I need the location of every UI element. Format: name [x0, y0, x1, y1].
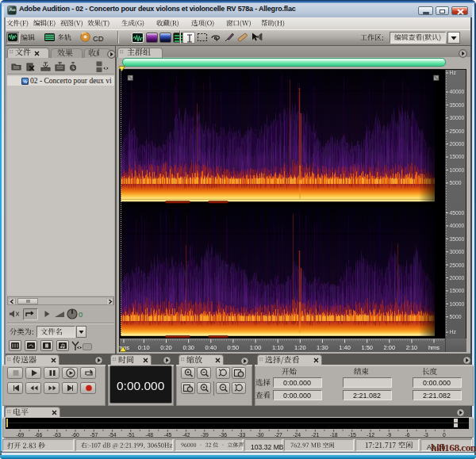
- svg-text:2:00: 2:00: [383, 344, 395, 351]
- svg-text:Hz: Hz: [450, 329, 457, 335]
- svg-text:-42: -42: [182, 431, 190, 437]
- svg-text:-33: -33: [237, 431, 245, 437]
- svg-text:-69: -69: [16, 431, 24, 437]
- svg-text:-54: -54: [109, 431, 117, 437]
- svg-text:1:40: 1:40: [339, 344, 351, 351]
- svg-text:15000: 15000: [450, 288, 465, 293]
- svg-text:-15: -15: [348, 431, 356, 437]
- svg-text:1:20: 1:20: [294, 344, 306, 351]
- svg-text:Hz: Hz: [450, 70, 457, 75]
- svg-text:2:10: 2:10: [406, 344, 418, 351]
- svg-text:-18: -18: [330, 431, 338, 437]
- svg-text:35000: 35000: [450, 102, 465, 108]
- svg-text:-63: -63: [53, 431, 61, 437]
- svg-text:-57: -57: [90, 431, 98, 437]
- svg-text:-36: -36: [219, 431, 227, 437]
- svg-text:-60: -60: [71, 431, 79, 437]
- svg-text:5000: 5000: [450, 314, 462, 319]
- svg-text:10000: 10000: [450, 167, 465, 173]
- svg-text:1:30: 1:30: [317, 344, 328, 351]
- svg-text:30000: 30000: [450, 249, 465, 254]
- svg-text:-3: -3: [424, 431, 428, 437]
- svg-text:35000: 35000: [450, 236, 465, 242]
- svg-text:-51: -51: [127, 431, 135, 437]
- svg-text:-12: -12: [367, 431, 374, 437]
- svg-text:30000: 30000: [450, 115, 465, 120]
- svg-text:hms: hms: [428, 344, 440, 351]
- svg-text:45000: 45000: [450, 210, 465, 216]
- svg-text:-24: -24: [293, 431, 301, 437]
- svg-text:10000: 10000: [450, 301, 465, 307]
- svg-text:1:50: 1:50: [361, 344, 373, 351]
- svg-text:-66: -66: [35, 431, 43, 437]
- svg-text:20000: 20000: [450, 275, 465, 281]
- svg-text:25000: 25000: [450, 128, 465, 134]
- svg-text:20000: 20000: [450, 141, 465, 147]
- svg-text:0: 0: [443, 431, 446, 437]
- svg-text:1:00: 1:00: [250, 344, 262, 351]
- svg-text:0:20: 0:20: [160, 344, 172, 351]
- svg-text:0:50: 0:50: [228, 344, 240, 351]
- svg-text:-27: -27: [274, 431, 282, 437]
- svg-text:1:10: 1:10: [272, 344, 284, 351]
- svg-text:-21: -21: [311, 431, 319, 437]
- svg-text:0:10: 0:10: [138, 344, 150, 351]
- svg-text:0:30: 0:30: [182, 344, 194, 351]
- svg-text:40000: 40000: [450, 223, 465, 228]
- svg-text:5000: 5000: [450, 180, 462, 186]
- svg-text:-30: -30: [256, 431, 264, 437]
- svg-text:0:40: 0:40: [205, 344, 217, 351]
- svg-text:-9: -9: [386, 431, 391, 437]
- svg-text:25000: 25000: [450, 262, 465, 268]
- svg-text:40000: 40000: [450, 89, 465, 94]
- svg-text:-48: -48: [145, 431, 153, 437]
- svg-text:-45: -45: [163, 431, 171, 437]
- svg-text:-6: -6: [405, 431, 409, 437]
- svg-text:-39: -39: [201, 431, 209, 437]
- svg-text:15000: 15000: [450, 154, 465, 159]
